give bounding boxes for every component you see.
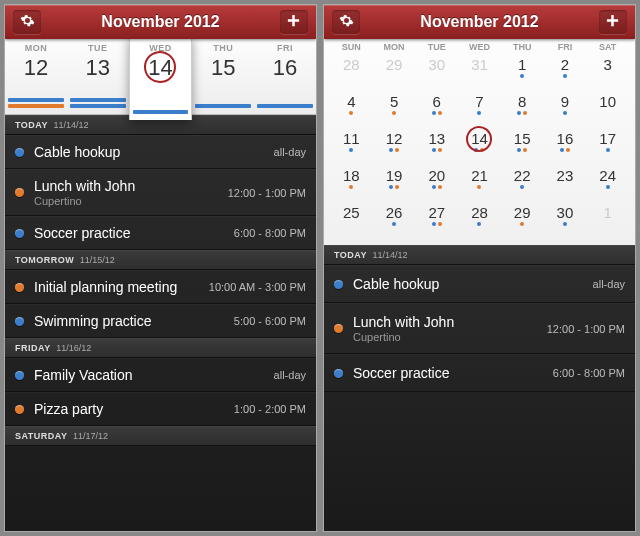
event-bars: [67, 98, 129, 108]
month-day[interactable]: 23: [544, 165, 587, 200]
event-row[interactable]: Family Vacation all-day: [5, 358, 316, 392]
month-day[interactable]: 24: [586, 165, 629, 200]
month-day[interactable]: 10: [586, 91, 629, 126]
month-day[interactable]: 9: [544, 91, 587, 126]
day-number: 12: [373, 130, 416, 147]
header-title[interactable]: November 2012: [420, 13, 538, 31]
month-day[interactable]: 25: [330, 202, 373, 237]
day-column[interactable]: FRI 16: [254, 39, 316, 114]
day-number: 14: [130, 55, 192, 81]
event-time: 5:00 - 6:00 PM: [234, 315, 306, 327]
day-number: 25: [330, 204, 373, 221]
event-title: Cable hookup: [34, 144, 274, 160]
month-grid[interactable]: SUNMONTUEWEDTHUFRISAT 28 29 30 31 1 2 3 …: [324, 39, 635, 245]
weekday-label: MON: [5, 43, 67, 53]
month-day[interactable]: 29: [501, 202, 544, 237]
day-column[interactable]: TUE 13: [67, 39, 129, 114]
event-title: Initial planning meeting: [34, 279, 209, 295]
add-button[interactable]: [599, 10, 627, 34]
month-day[interactable]: 18: [330, 165, 373, 200]
event-row[interactable]: Pizza party 1:00 - 2:00 PM: [5, 392, 316, 426]
month-day[interactable]: 8: [501, 91, 544, 126]
day-number: 9: [544, 93, 587, 110]
month-day[interactable]: 21: [458, 165, 501, 200]
month-day[interactable]: 13: [415, 128, 458, 163]
add-button[interactable]: [280, 10, 308, 34]
weekday-label: MON: [373, 42, 416, 52]
month-day[interactable]: 1: [501, 54, 544, 89]
month-day[interactable]: 11: [330, 128, 373, 163]
day-number: 1: [586, 204, 629, 221]
event-dot-icon: [15, 188, 24, 197]
day-number: 4: [330, 93, 373, 110]
event-title: Soccer practice: [34, 225, 234, 241]
event-time: 6:00 - 8:00 PM: [234, 227, 306, 239]
day-number: 2: [544, 56, 587, 73]
event-row[interactable]: Lunch with John Cupertino 12:00 - 1:00 P…: [324, 303, 635, 354]
weekday-label: SUN: [330, 42, 373, 52]
day-number: 17: [586, 130, 629, 147]
event-row[interactable]: Cable hookup all-day: [324, 265, 635, 303]
month-day[interactable]: 12: [373, 128, 416, 163]
settings-button[interactable]: [332, 10, 360, 34]
gear-icon: [339, 13, 354, 32]
day-number: 30: [544, 204, 587, 221]
month-day[interactable]: 19: [373, 165, 416, 200]
month-day[interactable]: 29: [373, 54, 416, 89]
month-day[interactable]: 30: [415, 54, 458, 89]
event-row[interactable]: Lunch with John Cupertino 12:00 - 1:00 P…: [5, 169, 316, 216]
event-row[interactable]: Cable hookup all-day: [5, 135, 316, 169]
month-day[interactable]: 30: [544, 202, 587, 237]
header-title[interactable]: November 2012: [101, 13, 219, 31]
day-number: 29: [373, 56, 416, 73]
month-day[interactable]: 26: [373, 202, 416, 237]
app-header: November 2012: [324, 5, 635, 39]
month-day[interactable]: 27: [415, 202, 458, 237]
month-day[interactable]: 1: [586, 202, 629, 237]
event-row[interactable]: Initial planning meeting 10:00 AM - 3:00…: [5, 270, 316, 304]
day-number: 21: [458, 167, 501, 184]
month-day[interactable]: 22: [501, 165, 544, 200]
month-day[interactable]: 4: [330, 91, 373, 126]
day-number: 24: [586, 167, 629, 184]
event-time: all-day: [593, 278, 625, 290]
month-day[interactable]: 7: [458, 91, 501, 126]
event-dot-icon: [15, 317, 24, 326]
month-day[interactable]: 5: [373, 91, 416, 126]
day-number: 15: [501, 130, 544, 147]
day-column[interactable]: WED 14: [129, 35, 193, 120]
day-number: 28: [458, 204, 501, 221]
month-day[interactable]: 6: [415, 91, 458, 126]
month-day[interactable]: 3: [586, 54, 629, 89]
week-strip[interactable]: MON 12 TUE 13 WED 14 THU 15 FRI 16: [5, 39, 316, 115]
event-time: 6:00 - 8:00 PM: [553, 367, 625, 379]
day-number: 8: [501, 93, 544, 110]
month-day[interactable]: 17: [586, 128, 629, 163]
day-number: 16: [544, 130, 587, 147]
event-dot-icon: [15, 283, 24, 292]
weekday-label: TUE: [415, 42, 458, 52]
day-column[interactable]: THU 15: [192, 39, 254, 114]
event-row[interactable]: Soccer practice 6:00 - 8:00 PM: [324, 354, 635, 392]
month-day[interactable]: 28: [330, 54, 373, 89]
day-number: 1: [501, 56, 544, 73]
event-dot-icon: [15, 148, 24, 157]
event-row[interactable]: Soccer practice 6:00 - 8:00 PM: [5, 216, 316, 250]
month-day[interactable]: 16: [544, 128, 587, 163]
month-day[interactable]: 15: [501, 128, 544, 163]
month-day[interactable]: 28: [458, 202, 501, 237]
section-header: TOMORROW 11/15/12: [5, 250, 316, 270]
month-day[interactable]: 14: [458, 128, 501, 163]
month-day[interactable]: 31: [458, 54, 501, 89]
month-day[interactable]: 2: [544, 54, 587, 89]
event-row[interactable]: Swimming practice 5:00 - 6:00 PM: [5, 304, 316, 338]
month-day[interactable]: 20: [415, 165, 458, 200]
agenda-list[interactable]: TODAY 11/14/12 Cable hookup all-day Lunc…: [324, 245, 635, 531]
event-subtitle: Cupertino: [353, 331, 547, 343]
plus-icon: [605, 13, 620, 32]
day-column[interactable]: MON 12: [5, 39, 67, 114]
settings-button[interactable]: [13, 10, 41, 34]
event-title: Pizza party: [34, 401, 234, 417]
section-header: SATURDAY 11/17/12: [5, 426, 316, 446]
agenda-list[interactable]: TODAY 11/14/12 Cable hookup all-day Lunc…: [5, 115, 316, 531]
